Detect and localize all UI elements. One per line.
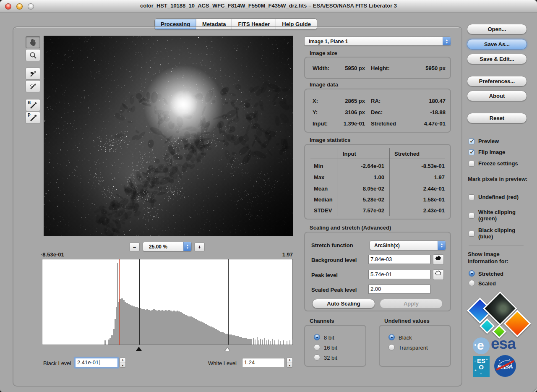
hand-tool-button[interactable] (26, 36, 40, 48)
channels-title: Channels (310, 318, 334, 324)
input-value: 1.39e-01 (323, 120, 365, 127)
reset-button[interactable]: Reset (467, 113, 527, 123)
image-data-title: Image data (310, 81, 338, 88)
preview-checkbox-label: Preview (478, 138, 499, 144)
preferences-button[interactable]: Preferences... (467, 76, 527, 86)
scaled-peak-level-input[interactable]: 2.00 (368, 285, 430, 294)
white-level-picker-tool-button[interactable]: P (26, 112, 40, 124)
image-preview[interactable] (44, 36, 293, 236)
peak-eyedropper-icon (29, 82, 37, 91)
freeze-settings-label: Freeze settings (478, 160, 518, 167)
image-plane-value: Image 1, Plane 1 (309, 39, 348, 44)
black-level-label: Black Level (43, 360, 71, 366)
radio-stretched-label: Stretched (478, 271, 503, 277)
stat-max-stretched: 1.97 (394, 174, 445, 180)
stretch-function-value: ArcSinh(x) (374, 243, 400, 248)
save-and-edit-button[interactable]: Save & Edit... (467, 54, 527, 64)
dec-value: -18.88 (399, 109, 446, 115)
undefined-values-title: Undefined values (384, 318, 430, 324)
flip-image-label: Flip image (478, 149, 505, 155)
preview-checkbox[interactable] (469, 139, 474, 144)
image-plane-selector[interactable]: Image 1, Plane 1 ▲▼ (304, 37, 451, 46)
stat-mean-label: Mean (314, 186, 328, 192)
show-info-title: Show imageinformation for: (468, 251, 508, 265)
stat-stdev-input: 7.57e-02 (336, 207, 384, 214)
black-level-letter: B (28, 100, 31, 105)
peak-picker-tool-button[interactable] (26, 80, 40, 92)
about-button[interactable]: About (467, 91, 527, 101)
hand-icon (29, 39, 37, 46)
stretched-label: Stretched (371, 120, 396, 127)
background-eyedropper-icon (29, 70, 37, 78)
width-value: 5950 px (323, 65, 365, 71)
separator (469, 171, 524, 171)
white-level-stepper[interactable] (287, 358, 293, 368)
radio-scaled[interactable] (469, 280, 475, 286)
white-clipping-checkbox[interactable] (469, 213, 474, 219)
radio-16bit-label: 16 bit (324, 345, 337, 351)
mark-pixels-title: Mark pixels in preview: (468, 175, 527, 183)
freeze-settings-checkbox[interactable] (469, 161, 474, 167)
stat-median-label: Median (314, 196, 333, 203)
radio-8bit[interactable] (314, 334, 320, 340)
background-level-label: Background level (311, 257, 357, 263)
radio-black[interactable] (388, 334, 395, 340)
radio-scaled-label: Scaled (478, 280, 496, 287)
flip-image-checkbox[interactable] (469, 149, 474, 155)
auto-scaling-button[interactable]: Auto Scaling (312, 299, 375, 308)
title-bar[interactable]: color_HST_10188_10_ACS_WFC_F814W_F550M_F… (0, 0, 537, 13)
radio-transparent-label: Transparent (399, 345, 428, 351)
white-level-letter: P (28, 113, 31, 118)
y-label: Y: (313, 109, 318, 115)
histogram[interactable] (42, 259, 293, 345)
stats-divider-2 (389, 148, 390, 216)
stretch-function-label: Stretch function (311, 242, 353, 248)
black-level-stepper[interactable] (120, 358, 126, 368)
white-level-marker[interactable] (228, 259, 229, 345)
apply-button[interactable]: Apply (380, 299, 443, 308)
radio-stretched[interactable] (469, 270, 475, 277)
undefined-red-checkbox[interactable] (469, 194, 474, 200)
separator (469, 246, 524, 246)
stat-stdev-label: STDEV (314, 207, 332, 214)
stat-min-label: Min (314, 163, 323, 169)
black-clipping-label: Black clipping(blue) (478, 227, 515, 240)
radio-32bit[interactable] (314, 354, 320, 361)
radio-32bit-label: 32 bit (324, 355, 337, 361)
text-caret (99, 360, 99, 365)
black-level-picker-tool-button[interactable]: B (26, 99, 40, 111)
black-level-input[interactable]: 2.41e-01 (75, 358, 118, 367)
radio-transparent[interactable] (388, 344, 395, 350)
histogram-max-label: 1.97 (268, 251, 293, 258)
zoom-level-popup[interactable]: 25.00 % ▲▼ (143, 242, 192, 251)
black-level-marker[interactable] (139, 259, 140, 345)
resize-grip[interactable] (530, 385, 537, 392)
histogram-min-label: -8.53e-01 (41, 251, 64, 258)
background-level-input[interactable]: 7.84e-03 (368, 255, 430, 264)
white-level-input[interactable]: 1.24 (242, 358, 285, 367)
stretch-function-popup[interactable]: ArcSinh(x) ▲▼ (370, 240, 446, 250)
zoom-level-value: 25.00 % (149, 244, 167, 250)
radio-16bit[interactable] (314, 344, 320, 350)
zoom-in-button[interactable]: + (194, 243, 205, 251)
open-button[interactable]: Open... (467, 24, 527, 34)
stretch-stepper-icon: ▲▼ (438, 241, 446, 250)
zoom-out-button[interactable]: – (129, 243, 140, 251)
y-value: 3106 px (323, 109, 365, 115)
white-level-label: White Level (208, 360, 237, 366)
background-picker-tool-button[interactable] (26, 68, 40, 80)
stats-header-input: Input (343, 151, 356, 157)
radio-black-label: Black (399, 335, 412, 341)
peak-picker-button[interactable] (433, 269, 444, 280)
magnifier-icon (29, 52, 37, 59)
black-clipping-checkbox[interactable] (469, 231, 474, 237)
window-title: color_HST_10188_10_ACS_WFC_F814W_F550M_F… (0, 3, 537, 9)
background-level-marker[interactable] (119, 259, 120, 345)
background-picker-button[interactable] (433, 254, 444, 265)
stretched-value: 4.47e-01 (399, 120, 446, 127)
plane-stepper-icon: ▲▼ (443, 37, 451, 45)
peak-level-input[interactable]: 5.74e-01 (368, 270, 430, 279)
save-as-button[interactable]: Save As... (467, 39, 527, 50)
stat-stdev-stretched: 2.43e-01 (394, 207, 445, 214)
zoom-tool-button[interactable] (26, 49, 40, 61)
